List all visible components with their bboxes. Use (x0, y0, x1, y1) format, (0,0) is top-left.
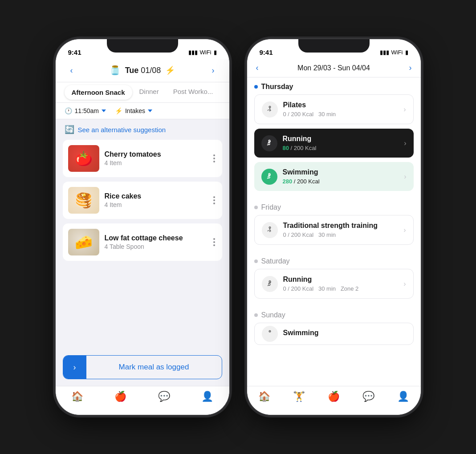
meal-header: ‹ 🫙 Tue 01/08 ⚡ › (56, 59, 229, 82)
intakes-filter[interactable]: ⚡ Intakes (115, 107, 152, 114)
sunday-icon (262, 326, 278, 342)
status-time-left: 9:41 (68, 49, 81, 56)
prev-week-button[interactable]: ‹ (256, 63, 259, 73)
nav-food[interactable]: 🍎 (114, 391, 126, 402)
pilates-duration: 30 min (318, 111, 336, 118)
day-saturday: Saturday Running 0 / 200 Kcal 30 min (254, 252, 414, 299)
prev-day-button[interactable]: ‹ (65, 63, 79, 77)
dot3 (213, 203, 215, 204)
day-sunday: Sunday Swimming (254, 306, 414, 345)
workout-sunday-partial[interactable]: Swimming (254, 323, 414, 345)
wifi-icon-right: WiFi (391, 49, 403, 56)
thursday-label: Thursday (261, 83, 293, 91)
swimming-meta: 280 / 200 Kcal (283, 178, 399, 185)
suggestion-text: See an alternative suggestion (78, 126, 166, 134)
tab-dinner[interactable]: Dinner (132, 82, 166, 102)
refresh-icon: 🔄 (65, 125, 74, 134)
tab-afternoon-snack[interactable]: Afternoon Snack (65, 85, 132, 100)
cheese-image (68, 229, 99, 255)
running-name: Running (283, 135, 399, 143)
svg-point-5 (269, 331, 270, 332)
workout-swimming-thursday[interactable]: Swimming 280 / 200 Kcal › (254, 162, 414, 191)
status-time-right: 9:41 (260, 49, 273, 56)
rphone-nav-workout[interactable]: 🏋️ (293, 391, 305, 402)
thursday-dot (254, 85, 258, 89)
saturday-label: Saturday (261, 257, 290, 265)
food-list: Cherry tomatoes 4 Item Rice cakes 4 Item (56, 140, 229, 265)
cheese-more-button[interactable] (212, 236, 217, 248)
nav-messages[interactable]: 💬 (158, 391, 170, 402)
dot3 (213, 244, 215, 246)
svg-point-3 (269, 227, 270, 228)
battery-icon-right: ▮ (405, 49, 408, 56)
log-button-container: › Mark meal as logged (63, 355, 222, 379)
cheese-name: Low fat cottage cheese (105, 234, 206, 242)
dot1 (213, 196, 215, 198)
rphone-nav-food[interactable]: 🍎 (328, 391, 340, 402)
day-thursday: Thursday Pilates 0 / 200 Kcal 30 min (254, 77, 414, 191)
tab-post-workout[interactable]: Post Worko... (166, 82, 220, 102)
alternative-suggestion[interactable]: 🔄 See an alternative suggestion (56, 119, 229, 140)
time-filter[interactable]: 🕐 11:50am (65, 107, 106, 114)
header-date: Tue 01/08 (125, 66, 161, 75)
running-chevron: › (404, 139, 406, 147)
day-friday: Friday Traditional strength training 0 /… (254, 198, 414, 245)
dot1 (213, 238, 215, 240)
food-item-rice-cakes[interactable]: Rice cakes 4 Item (63, 182, 222, 219)
workout-running-thursday[interactable]: Running 80 / 200 Kcal › (254, 129, 414, 158)
tomatoes-more-button[interactable] (212, 153, 217, 164)
food-item-cherry-tomatoes[interactable]: Cherry tomatoes 4 Item (63, 140, 222, 177)
tomatoes-name: Cherry tomatoes (105, 150, 206, 158)
swimming-icon (261, 169, 277, 185)
workout-pilates[interactable]: Pilates 0 / 200 Kcal 30 min › (254, 94, 414, 124)
bolt-icon: ⚡ (165, 65, 175, 75)
rphone-nav-home[interactable]: 🏠 (258, 391, 270, 402)
filter-bar: 🕐 11:50am ⚡ Intakes (56, 103, 229, 119)
bolt-filter-icon: ⚡ (115, 107, 122, 114)
saturday-running-name: Running (283, 276, 399, 284)
strength-meta: 0 / 200 Kcal 30 min (283, 231, 399, 238)
rphone-nav-messages[interactable]: 💬 (362, 391, 374, 402)
cheese-qty: 4 Table Spoon (105, 243, 206, 250)
week-range: Mon 29/03 - Sun 04/04 (297, 64, 370, 72)
battery-icon: ▮ (214, 49, 217, 56)
strength-icon (262, 222, 278, 238)
clock-icon: 🕐 (65, 107, 72, 114)
intakes-dropdown-icon (148, 109, 152, 112)
nav-home[interactable]: 🏠 (71, 391, 83, 402)
week-header: ‹ Mon 29/03 - Sun 04/04 › (247, 59, 421, 77)
next-day-button[interactable]: › (206, 63, 220, 77)
svg-point-2 (269, 173, 270, 174)
saturday-dot (254, 259, 258, 263)
swimming-name: Swimming (283, 168, 399, 176)
workout-running-saturday[interactable]: Running 0 / 200 Kcal 30 min Zone 2 › (254, 269, 414, 299)
rice-more-button[interactable] (212, 195, 217, 206)
next-week-button[interactable]: › (409, 63, 412, 73)
workout-strength[interactable]: Traditional strength training 0 / 200 Kc… (254, 215, 414, 245)
running-meta: 80 / 200 Kcal (283, 145, 399, 151)
food-item-cottage-cheese[interactable]: Low fat cottage cheese 4 Table Spoon (63, 223, 222, 261)
friday-label: Friday (261, 203, 281, 211)
pilates-icon (262, 101, 278, 118)
signal-icon-right: ▮▮▮ (380, 49, 389, 56)
status-icons-left: ▮▮▮ WiFi ▮ (188, 49, 217, 56)
time-dropdown-icon (102, 109, 106, 112)
pilates-meta: 0 / 200 Kcal 30 min (283, 111, 399, 118)
saturday-zone: Zone 2 (341, 285, 358, 292)
dot2 (213, 158, 215, 159)
nav-profile[interactable]: 👤 (201, 391, 213, 402)
saturday-chevron: › (403, 280, 406, 288)
friday-dot (254, 206, 258, 209)
signal-icon: ▮▮▮ (188, 49, 198, 56)
swimming-chevron: › (404, 173, 406, 181)
rice-qty: 4 Item (105, 201, 206, 208)
mark-logged-button[interactable]: › Mark meal as logged (63, 355, 222, 379)
rphone-nav-profile[interactable]: 👤 (397, 391, 409, 402)
right-phone: 9:41 ▮▮▮ WiFi ▮ ‹ Mon 29/03 - Sun 04/04 … (247, 39, 421, 415)
time-value: 11:50am (75, 107, 99, 114)
saturday-calories: 0 / 200 Kcal (283, 285, 314, 292)
sunday-dot (254, 313, 258, 317)
left-phone: 9:41 ▮▮▮ WiFi ▮ ‹ 🫙 Tue 01/08 ⚡ › (56, 39, 229, 415)
saturday-duration: 30 min (318, 285, 336, 292)
dot1 (213, 154, 215, 156)
